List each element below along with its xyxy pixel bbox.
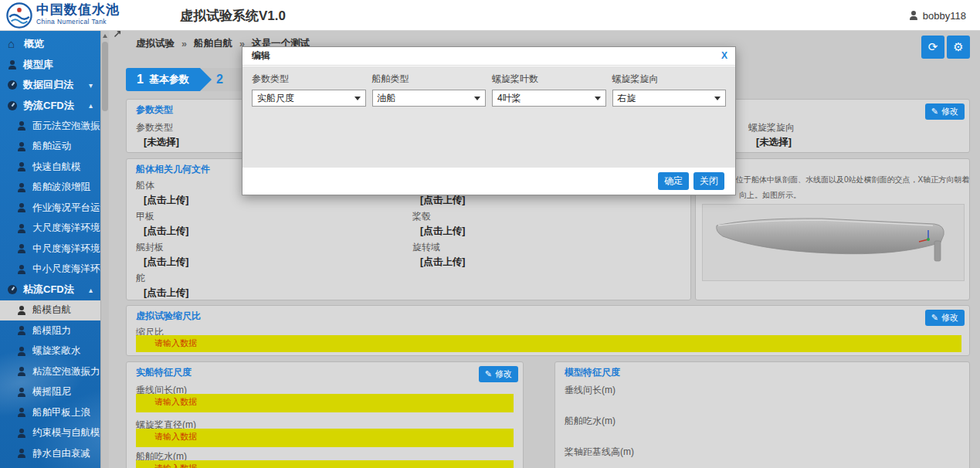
panel-title: 模型特征尺度 (565, 366, 620, 379)
panel-title: 船体相关几何文件 (136, 163, 210, 176)
scale-ratio-panel: 虚拟试验缩尺比 ✎ 修改 缩尺比 请输入数据 (126, 305, 970, 356)
ship-type-select[interactable]: 油船 (372, 90, 487, 107)
sidebar-item-wave-added-resistance[interactable]: 船舶波浪增阻 (0, 178, 100, 198)
field-label: 船体 (136, 179, 154, 192)
sidebar-item-viscous-cfd[interactable]: 粘流CFD法 ▴ (0, 280, 100, 300)
sidebar-item-model-resistance[interactable]: 船模阻力 (0, 320, 100, 341)
sidebar-item-label: 作业海况平台运动 (32, 202, 100, 215)
sidebar-item-constrained-model[interactable]: 约束模与自航模 (0, 423, 100, 444)
select-value: 实船尺度 (257, 92, 294, 105)
breadcrumb-item[interactable]: 虚拟试验 (136, 37, 175, 50)
panel-title: 实船特征尺度 (136, 366, 192, 379)
sidebar-item-label: 势流CFD法 (23, 99, 74, 113)
person-icon (17, 347, 26, 356)
sidebar-item-deck-wetness[interactable]: 船舶甲板上浪 (0, 402, 100, 423)
scrollbar-thumb[interactable] (102, 42, 108, 111)
sidebar-item-label: 中尺度海洋环境 (32, 242, 100, 256)
sidebar-item-ship-motion[interactable]: 船舶运动 (0, 137, 100, 158)
close-button[interactable]: 关闭 (693, 172, 724, 190)
tab-label: 基本参数 (149, 73, 189, 86)
sidebar-item-data-regression[interactable]: 数据回归法 ▾ (0, 75, 100, 96)
dropdown-arrow-icon (714, 97, 721, 100)
panel-title: 参数类型 (136, 103, 173, 117)
length-bp-input[interactable]: 请输入数据 (136, 394, 514, 412)
sidebar-item-label: 粘流空泡激振力 (32, 365, 100, 378)
draft-input[interactable]: 请输入数据 (136, 460, 514, 468)
upload-blade-link[interactable]: [点击上传] (420, 194, 465, 207)
upload-deck-link[interactable]: [点击上传] (144, 225, 188, 238)
sidebar-item-model-self-propulsion[interactable]: 船模自航 (0, 300, 100, 321)
sidebar-item-viscous-cavitation[interactable]: 粘流空泡激振力 (0, 361, 100, 382)
scale-ratio-input[interactable]: 请输入数据 (136, 335, 961, 352)
refresh-button[interactable]: ⟳ (921, 36, 944, 59)
settings-button[interactable]: ⚙ (947, 36, 970, 59)
edit-icon: ✎ (931, 313, 938, 323)
person-icon (17, 306, 26, 315)
close-icon[interactable]: X (721, 50, 727, 61)
upload-hub-link[interactable]: [点击上传] (420, 225, 465, 238)
tab-basic-params[interactable]: 1 基本参数 (126, 68, 212, 91)
modify-param-button[interactable]: ✎ 修改 (925, 103, 965, 120)
chevron-down-icon: ▾ (89, 81, 93, 90)
modify-scale-button[interactable]: ✎ 修改 (925, 310, 965, 326)
sidebar-item-panel-cavitation[interactable]: 面元法空泡激振力 (0, 116, 100, 137)
select-value: 右旋 (618, 92, 636, 105)
person-icon (17, 449, 26, 458)
sidebar-item-free-decay[interactable]: 静水自由衰减 (0, 443, 100, 464)
sidebar-item-potential-cfd[interactable]: 势流CFD法 ▴ (0, 96, 100, 117)
modify-label: 修改 (941, 106, 958, 117)
blade-count-select[interactable]: 4叶桨 (492, 90, 606, 107)
edit-icon: ✎ (485, 369, 492, 379)
full-scale-dimensions-panel: 实船特征尺度 ✎ 修改 垂线间长(m) 请输入数据 螺旋桨直径(m) 请输入数据… (126, 361, 524, 468)
upload-hull-link[interactable]: [点击上传] (144, 194, 188, 207)
field-label: 甲板 (136, 210, 154, 223)
modify-ship-dims-button[interactable]: ✎ 修改 (479, 366, 518, 382)
upload-rudder-link[interactable]: [点击上传] (144, 287, 188, 300)
chevron-up-icon: ▴ (89, 101, 93, 110)
field-label: 船舶类型 (372, 73, 487, 86)
scroll-up-icon[interactable] (103, 34, 107, 38)
sidebar-item-model-library[interactable]: 模型库 (0, 55, 100, 76)
upload-rotating-domain-link[interactable]: [点击上传] (420, 256, 465, 269)
gear-icon: ⚙ (953, 40, 963, 54)
sidebar-item-label: 概览 (24, 37, 44, 51)
sidebar-item-label: 螺旋桨敞水 (32, 344, 81, 358)
field-label: 垂线间长(m) (565, 384, 615, 397)
panel-title: 虚拟试验缩尺比 (136, 310, 201, 323)
sidebar-item-label: 船舶甲板上浪 (32, 406, 90, 419)
field-label: 桨毂 (412, 210, 431, 223)
propeller-diameter-input[interactable]: 请输入数据 (136, 429, 514, 447)
person-icon (17, 224, 26, 233)
breadcrumb-separator-icon: » (181, 39, 187, 49)
sidebar-item-meso-scale-ocean[interactable]: 中尺度海洋环境 (0, 239, 100, 259)
sidebar-scrollbar[interactable] (100, 31, 109, 468)
param-type-select[interactable]: 实船尺度 (252, 90, 366, 107)
person-icon (17, 265, 26, 274)
person-icon (17, 121, 26, 131)
breadcrumb-item[interactable]: 船舶自航 (194, 37, 232, 50)
tab-number: 1 (137, 73, 144, 86)
upload-transom-link[interactable]: [点击上传] (144, 256, 188, 269)
confirm-button[interactable]: 确定 (658, 172, 689, 190)
sidebar-item-large-scale-ocean[interactable]: 大尺度海洋环境 (0, 219, 100, 239)
edit-dialog: 编辑 X 参数类型 实船尺度 船舶类型 油船 (242, 46, 736, 195)
sidebar-item-small-scale-ocean[interactable]: 中小尺度海洋环境 (0, 259, 100, 280)
sidebar-item-label: 面元法空泡激振力 (32, 120, 100, 133)
dialog-header: 编辑 X (242, 47, 735, 66)
sidebar-item-label: 大尺度海洋环境 (32, 222, 100, 235)
edit-icon: ✎ (931, 107, 938, 117)
sidebar-item-overview[interactable]: 概览 (0, 34, 100, 55)
select-value: 油船 (378, 92, 396, 105)
user-menu[interactable]: bobby118 (909, 0, 966, 31)
sidebar-item-label: 模型库 (23, 58, 53, 72)
rotation-direction-select[interactable]: 右旋 (612, 90, 727, 107)
sidebar-item-label: 船模自航 (32, 304, 71, 317)
modify-label: 修改 (495, 368, 512, 380)
sidebar-item-propeller-open-water[interactable]: 螺旋桨敞水 (0, 341, 100, 362)
model-dimensions-panel: 模型特征尺度 垂线间长(m) 船舶吃水(m) 桨轴距基线高(m) (554, 361, 970, 468)
sidebar-item-platform-motion[interactable]: 作业海况平台运动 (0, 198, 100, 219)
field-label: 船舶吃水(m) (565, 415, 615, 428)
sidebar-item-roll-damping[interactable]: 横摇阻尼 (0, 382, 100, 403)
sidebar-item-fast-self-propulsion[interactable]: 快速自航模 (0, 157, 100, 178)
dialog-body: 参数类型 实船尺度 船舶类型 油船 螺旋桨叶数 4叶桨 (242, 66, 735, 168)
